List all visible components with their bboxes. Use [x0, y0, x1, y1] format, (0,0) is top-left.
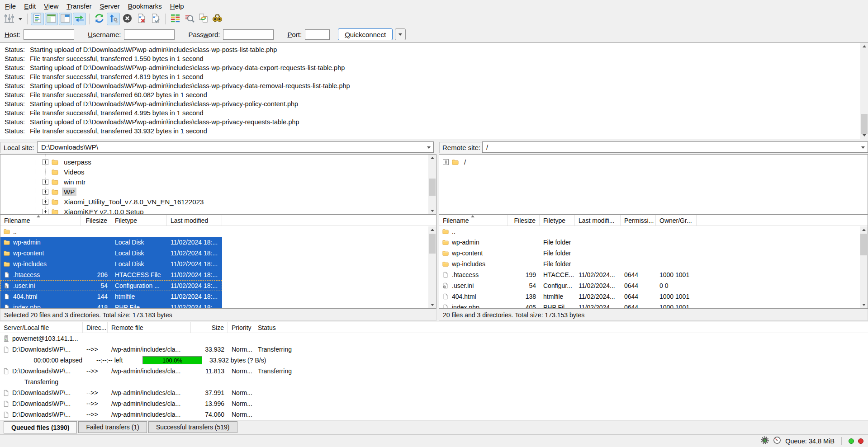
- menu-edit[interactable]: Edit: [20, 1, 40, 11]
- file-row-404-html[interactable]: 404.html 144 htmlfile 11/02/2024 18:...: [0, 291, 222, 302]
- column-header-last-modified[interactable]: Last modified: [167, 215, 222, 226]
- process-queue-button[interactable]: [107, 13, 120, 25]
- file-icon: [3, 368, 9, 375]
- menu-transfer[interactable]: Transfer: [62, 1, 95, 11]
- direction-arrow: -->>: [83, 389, 108, 396]
- toggle-local-tree-button[interactable]: [45, 13, 58, 25]
- quickconnect-dropdown[interactable]: [395, 28, 406, 40]
- column-header-status[interactable]: Status: [254, 322, 320, 333]
- site-manager-dropdown[interactable]: [17, 13, 24, 25]
- remote-site-combobox[interactable]: /: [482, 141, 868, 153]
- queue-row[interactable]: D:\Downloads\WP\... -->> /wp-admin/inclu…: [0, 398, 868, 409]
- tab-successful-transfers[interactable]: Successful transfers (519): [148, 421, 237, 433]
- remote-list-scrollbar[interactable]: [860, 226, 868, 308]
- file-row-htaccess[interactable]: .htaccess 199 HTACCE... 11/02/2024... 06…: [439, 269, 697, 280]
- expand-icon[interactable]: [43, 159, 48, 165]
- expand-icon[interactable]: [43, 189, 48, 195]
- speed-limits-icon[interactable]: [773, 436, 781, 446]
- expand-icon[interactable]: [43, 179, 48, 185]
- file-row-parent[interactable]: ..: [439, 226, 697, 237]
- queue-row[interactable]: D:\Downloads\WP\... -->> /wp-admin/inclu…: [0, 344, 868, 355]
- column-header-last-modified[interactable]: Last modifi...: [575, 215, 621, 226]
- synchronized-browsing-button[interactable]: [197, 13, 210, 25]
- toggle-remote-tree-button[interactable]: [59, 13, 72, 25]
- queue-row[interactable]: D:\Downloads\WP\... -->> /wp-admin/inclu…: [0, 409, 868, 420]
- file-row-index-php[interactable]: index.php 418 PHP File 11/02/2024 18:...: [0, 302, 222, 309]
- quickconnect-button[interactable]: Quickconnect: [338, 28, 393, 40]
- log-scrollbar[interactable]: [860, 43, 868, 139]
- tree-item-xiaomikey[interactable]: XiaomiKEY v2.1.0.0 Setup: [43, 207, 146, 215]
- disconnect-button[interactable]: [135, 13, 148, 25]
- column-header-permissions[interactable]: Permissi...: [621, 215, 656, 226]
- file-row-wp-admin[interactable]: wp-admin Local Disk 11/02/2024 18:...: [0, 237, 222, 248]
- file-row-wp-includes[interactable]: wp-includes File folder: [439, 259, 697, 269]
- queue-row[interactable]: D:\Downloads\WP\... -->> /wp-admin/inclu…: [0, 387, 868, 398]
- file-row-index-php[interactable]: index.php 405 PHP Fil... 11/02/2024... 0…: [439, 302, 697, 309]
- tree-item-root[interactable]: /: [443, 157, 468, 167]
- port-input[interactable]: [305, 29, 330, 40]
- log-message: File transfer successful, transferred 4.…: [30, 73, 204, 80]
- toggle-transfer-queue-button[interactable]: [73, 13, 86, 25]
- local-list-scrollbar[interactable]: [428, 226, 436, 308]
- tree-item-userpass[interactable]: userpass: [43, 157, 93, 167]
- file-row-user-ini[interactable]: .user.ini 54 Configuration ... 11/02/202…: [0, 280, 222, 291]
- tree-item-xiaomi-utility[interactable]: Xiaomi_Utility_Tool_v7.8.0_VN_EN_1612202…: [43, 197, 205, 207]
- site-manager-button[interactable]: [3, 13, 16, 25]
- file-row-404-html[interactable]: 404.html 138 htmlfile 11/02/2024... 0644…: [439, 291, 697, 302]
- synchronized-browsing-icon: [198, 13, 209, 25]
- file-row-htaccess[interactable]: .htaccess 206 HTACCESS File 11/02/2024 1…: [0, 269, 222, 280]
- column-header-owner-group[interactable]: Owner/Gr...: [656, 215, 697, 226]
- column-header-size[interactable]: Size: [191, 322, 228, 333]
- host-input[interactable]: [24, 29, 74, 40]
- file-row-wp-content[interactable]: wp-content Local Disk 11/02/2024 18:...: [0, 248, 222, 259]
- file-row-user-ini[interactable]: .user.ini 54 Configur... 11/02/2024... 0…: [439, 280, 697, 291]
- tab-queued-files[interactable]: Queued files (1390): [4, 421, 77, 433]
- filter-button[interactable]: [183, 13, 196, 25]
- file-row-wp-includes[interactable]: wp-includes Local Disk 11/02/2024 18:...: [0, 259, 222, 269]
- column-header-server-local-file[interactable]: Server/Local file: [0, 322, 83, 333]
- auto-transfer-mode-icon[interactable]: A: [761, 436, 769, 446]
- menu-file[interactable]: File: [1, 1, 20, 11]
- column-header-filename[interactable]: Filename: [439, 215, 508, 226]
- column-header-filename[interactable]: Filename: [0, 215, 81, 226]
- menu-bookmarks[interactable]: Bookmarks: [124, 1, 166, 11]
- tree-item-videos[interactable]: Videos: [43, 167, 86, 177]
- password-input[interactable]: [223, 29, 274, 40]
- menu-server[interactable]: Server: [96, 1, 124, 11]
- tab-failed-transfers[interactable]: Failed transfers (1): [78, 421, 147, 433]
- directory-comparison-button[interactable]: [169, 13, 182, 25]
- combo-chevron-icon: [427, 146, 431, 149]
- direction-arrow: -->>: [83, 346, 108, 353]
- expand-icon[interactable]: [43, 199, 48, 205]
- menu-help[interactable]: Help: [166, 1, 188, 11]
- tree-item-wp[interactable]: WP: [43, 187, 76, 197]
- menu-view[interactable]: View: [40, 1, 62, 11]
- column-header-filetype[interactable]: Filetype: [540, 215, 575, 226]
- log-status-label: Status:: [0, 118, 30, 126]
- file-row-wp-content[interactable]: wp-content File folder: [439, 248, 697, 259]
- column-header-remote-file[interactable]: Remote file: [108, 322, 191, 333]
- column-header-filesize[interactable]: Filesize: [81, 215, 111, 226]
- file-row-wp-admin[interactable]: wp-admin File folder: [439, 237, 697, 248]
- local-site-combobox[interactable]: D:\Downloads\WP\: [37, 141, 434, 153]
- expand-icon[interactable]: [43, 209, 48, 215]
- column-header-filesize[interactable]: Filesize: [508, 215, 540, 226]
- reconnect-button[interactable]: [149, 13, 162, 25]
- expand-icon[interactable]: [443, 159, 449, 165]
- toggle-message-log-button[interactable]: [31, 13, 44, 25]
- username-input[interactable]: [124, 29, 175, 40]
- queue-row[interactable]: D:\Downloads\WP\... -->> /wp-admin/inclu…: [0, 366, 868, 376]
- queue-server-row[interactable]: powernet@103.141.1...: [0, 333, 868, 344]
- file-row-parent[interactable]: ..: [0, 226, 222, 237]
- folder-icon: [3, 239, 10, 245]
- find-files-button[interactable]: [211, 13, 224, 25]
- tree-item-win-mtr[interactable]: win mtr: [43, 177, 87, 187]
- log-message: File transfer successful, transferred 60…: [30, 91, 207, 99]
- transfer-queue-icon: [74, 13, 85, 25]
- local-tree-scrollbar[interactable]: [428, 155, 436, 214]
- refresh-button[interactable]: [93, 13, 106, 25]
- column-header-filetype[interactable]: Filetype: [111, 215, 167, 226]
- cancel-operation-button[interactable]: [121, 13, 134, 25]
- column-header-priority[interactable]: Priority: [228, 322, 254, 333]
- column-header-direction[interactable]: Direc...: [83, 322, 108, 333]
